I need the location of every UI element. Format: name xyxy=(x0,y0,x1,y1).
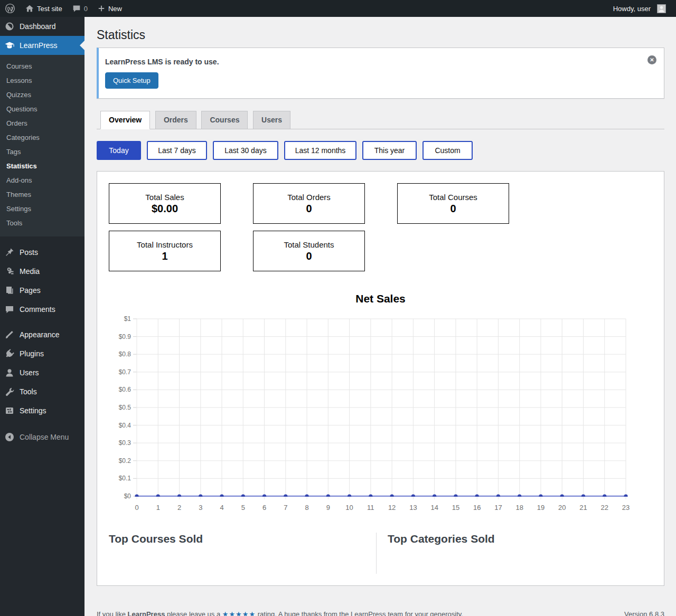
sidebar-item-label: Settings xyxy=(20,406,46,415)
tab-overview[interactable]: Overview xyxy=(100,111,150,129)
submenu-item-questions[interactable]: Questions xyxy=(0,102,84,116)
top-categories-section: Top Categories Sold xyxy=(376,533,652,574)
sidebar-item-label: Dashboard xyxy=(20,22,56,31)
submenu-item-orders[interactable]: Orders xyxy=(0,116,84,130)
howdy-text: Howdy, user xyxy=(613,5,651,13)
sidebar-item-label: Appearance xyxy=(20,330,60,339)
stat-total-sales: Total Sales $0.00 xyxy=(109,183,221,224)
submenu-item-tools[interactable]: Tools xyxy=(0,216,84,230)
x-axis-tick-label: 16 xyxy=(473,504,481,511)
brush-icon xyxy=(4,329,15,340)
stat-value: 0 xyxy=(253,203,364,215)
sidebar-item-learnpress[interactable]: LearnPress xyxy=(0,36,84,55)
pages-icon xyxy=(4,285,15,296)
x-axis-tick-label: 7 xyxy=(284,504,287,511)
quick-setup-button[interactable]: Quick Setup xyxy=(105,72,158,89)
y-axis-tick-label: $0.4 xyxy=(119,422,132,429)
y-axis-tick-label: $0.5 xyxy=(119,404,132,411)
media-icon xyxy=(4,266,15,277)
filter-today[interactable]: Today xyxy=(97,141,141,160)
x-axis-tick-label: 21 xyxy=(579,504,587,511)
submenu-item-quizzes[interactable]: Quizzes xyxy=(0,88,84,102)
submenu-item-tags[interactable]: Tags xyxy=(0,145,84,159)
stat-value: 0 xyxy=(253,250,364,262)
my-account-menu[interactable]: Howdy, user xyxy=(608,0,671,17)
sidebar-item-dashboard[interactable]: Dashboard xyxy=(0,17,84,36)
sidebar-item-tools[interactable]: Tools xyxy=(0,382,84,401)
x-axis-tick-label: 14 xyxy=(430,504,438,511)
stat-label: Total Students xyxy=(253,240,364,249)
submenu-item-addons[interactable]: Add-ons xyxy=(0,173,84,187)
sidebar-item-pages[interactable]: Pages xyxy=(0,281,84,300)
site-name-link[interactable]: Test site xyxy=(20,0,67,17)
stat-value: 0 xyxy=(398,203,509,215)
stat-total-students: Total Students 0 xyxy=(253,231,365,271)
tab-courses[interactable]: Courses xyxy=(201,111,248,129)
filter-last-30-days[interactable]: Last 30 days xyxy=(213,141,278,160)
y-axis-tick-label: $0.8 xyxy=(119,350,132,358)
graduation-cap-icon xyxy=(4,40,15,51)
filter-last-12-months[interactable]: Last 12 months xyxy=(284,141,356,160)
statistics-panel: Total Sales $0.00 Total Orders 0 Total C… xyxy=(97,171,664,586)
sidebar-item-comments[interactable]: Comments xyxy=(0,300,84,319)
sidebar-item-label: Comments xyxy=(20,305,55,314)
collapse-arrow-icon xyxy=(4,432,15,442)
footer-text: please leave us a xyxy=(167,610,220,616)
footer-brand: LearnPress xyxy=(128,610,165,616)
filter-custom[interactable]: Custom xyxy=(422,141,473,160)
x-axis-tick-label: 12 xyxy=(388,504,396,511)
stat-total-orders: Total Orders 0 xyxy=(253,183,365,224)
sidebar-item-appearance[interactable]: Appearance xyxy=(0,325,84,344)
dismiss-icon[interactable] xyxy=(647,55,656,64)
top-courses-section: Top Courses Sold xyxy=(109,533,376,574)
collapse-menu-button[interactable]: Collapse Menu xyxy=(0,428,84,447)
stat-label: Total Courses xyxy=(398,193,509,202)
rating-stars-link[interactable]: ★★★★★ xyxy=(222,610,256,616)
x-axis-tick-label: 3 xyxy=(199,504,202,511)
x-axis-tick-label: 11 xyxy=(367,504,374,511)
comments-shortcut[interactable]: 0 xyxy=(67,0,92,17)
setup-notice: LearnPress LMS is ready to use. Quick Se… xyxy=(97,48,664,99)
sidebar-item-posts[interactable]: Posts xyxy=(0,243,84,262)
stat-label: Total Sales xyxy=(109,193,220,202)
gauge-icon xyxy=(4,21,15,32)
tab-orders[interactable]: Orders xyxy=(155,111,196,129)
wordpress-logo-icon xyxy=(5,3,15,14)
main-content: Statistics LearnPress LMS is ready to us… xyxy=(84,17,676,616)
sidebar-item-settings[interactable]: Settings xyxy=(0,401,84,420)
user-icon xyxy=(4,367,15,378)
sliders-icon xyxy=(4,405,15,416)
x-axis-tick-label: 4 xyxy=(220,504,223,511)
submenu-item-lessons[interactable]: Lessons xyxy=(0,73,84,88)
x-axis-tick-label: 0 xyxy=(135,504,138,511)
x-axis-tick-label: 5 xyxy=(241,504,245,511)
submenu-item-settings[interactable]: Settings xyxy=(0,202,84,216)
speech-bubble-icon xyxy=(4,304,15,315)
x-axis-tick-label: 8 xyxy=(305,504,308,511)
submenu-item-courses[interactable]: Courses xyxy=(0,59,84,73)
x-axis-tick-label: 10 xyxy=(345,504,353,511)
filter-this-year[interactable]: This year xyxy=(362,141,417,160)
x-axis-tick-label: 2 xyxy=(177,504,181,511)
sidebar-item-plugins[interactable]: Plugins xyxy=(0,344,84,363)
admin-bar-left: Test site 0 New xyxy=(0,0,127,17)
x-axis-tick-label: 23 xyxy=(622,504,630,511)
submenu-item-themes[interactable]: Themes xyxy=(0,187,84,202)
submenu-item-categories[interactable]: Categories xyxy=(0,130,84,145)
y-axis-tick-label: $0.1 xyxy=(119,475,132,482)
tab-users[interactable]: Users xyxy=(253,111,290,129)
sidebar-item-media[interactable]: Media xyxy=(0,262,84,281)
filter-last-7-days[interactable]: Last 7 days xyxy=(147,141,207,160)
submenu-item-statistics[interactable]: Statistics xyxy=(0,159,84,173)
wordpress-menu[interactable] xyxy=(0,0,20,17)
sidebar-item-users[interactable]: Users xyxy=(0,363,84,382)
stat-total-courses: Total Courses 0 xyxy=(397,183,509,224)
footer: If you like LearnPress please leave us a… xyxy=(97,610,664,616)
menu-separator xyxy=(0,236,84,243)
new-content-menu[interactable]: New xyxy=(92,0,127,17)
date-filters: Today Last 7 days Last 30 days Last 12 m… xyxy=(97,141,664,160)
bottom-sections: Top Courses Sold Top Categories Sold xyxy=(109,533,652,574)
y-axis-tick-label: $0 xyxy=(124,492,132,500)
x-axis-tick-label: 18 xyxy=(515,504,523,511)
comment-bubble-icon xyxy=(72,4,81,13)
